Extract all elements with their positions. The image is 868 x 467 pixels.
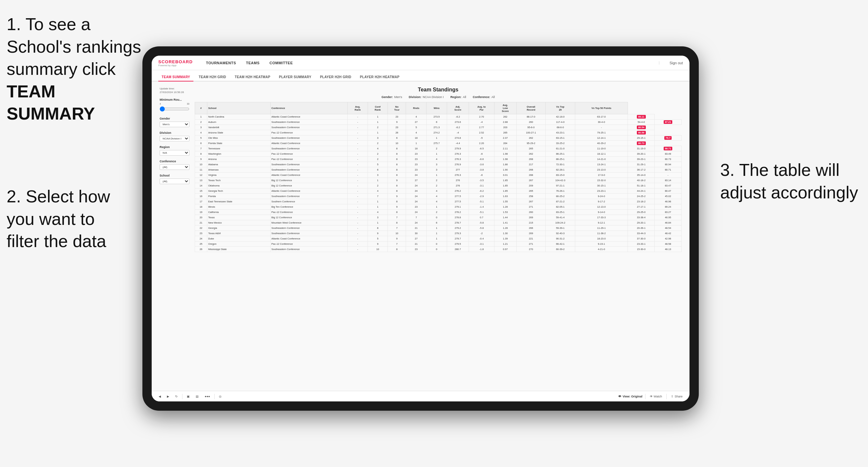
table-cell: Southeastern Conference [270,125,348,130]
table-cell: 117-4-0 [546,120,575,125]
table-cell: - [348,120,368,125]
table-cell: Southeastern Conference [270,162,348,167]
toolbar-clock[interactable]: ◎ [217,394,223,399]
instruction-3: 3. The table will adjust accordingly [720,159,858,204]
school-select[interactable]: (All) [160,179,189,184]
table-row: 25OregonPac-12 Conference-97210279.5-3.1… [195,242,682,247]
table-cell: 83.47 [655,183,682,188]
table-cell: 13 [195,178,207,183]
table-cell: Southeastern Conference [270,120,348,125]
table-cell: 11-19-0 [575,146,628,151]
table-cell: - [348,130,368,135]
table-cell: 42-18-0 [546,114,575,120]
table-cell: -4 [469,120,494,125]
table-cell: 1.28 [494,225,517,231]
table-cell: 3 [427,162,447,167]
table-cell: 1.55 [494,199,517,204]
toolbar-back[interactable]: ◀ [157,394,163,399]
view-original-button[interactable]: 👁 View: Original [618,395,643,398]
table-cell: 80.71 [655,167,682,173]
table-cell: North Carolina [207,114,270,120]
table-cell: 288 [516,173,546,178]
table-cell: 265 [494,130,517,135]
table-cell: 63-17-0 [575,114,628,120]
table-cell: 80.58 [628,130,655,135]
table-cell: -5.8 [469,220,494,225]
table-cell: 11-29-1 [575,225,628,231]
table-cell: -4.4 [447,141,469,146]
table-cell: 274.8 [447,135,469,141]
table-cell: 2.20 [469,141,494,146]
filter-min-val: 4 [160,103,161,105]
instruction-3-line2: adjust accordingly [720,183,858,202]
table-cell: 1 [368,120,388,125]
table-cell: 18 [406,146,427,151]
toolbar-forward[interactable]: ▶ [165,394,171,399]
nav-link-tournaments[interactable]: TOURNAMENTS [206,61,236,65]
conference-select[interactable]: (All) [160,164,189,170]
table-cell: 88.71 [655,146,682,151]
table-cell: 80.73 [655,157,682,162]
table-cell: 215 [516,220,546,225]
nav-link-committee[interactable]: COMMITTEE [270,61,293,65]
instruction-2-line2: you want to [7,209,95,228]
region-select[interactable]: N/A All [160,150,189,156]
tab-team-summary[interactable]: TEAM SUMMARY [158,73,193,82]
toolbar-refresh[interactable]: ↻ [174,394,180,399]
filter-conference-label: Conference [160,160,189,163]
table-cell: 279.5 [447,242,469,247]
table-cell: 4 [427,157,447,162]
table-cell: 4 [427,188,447,194]
filter-minimum-rounds-values: 4 30 [160,103,189,105]
tab-team-h2h-grid[interactable]: TEAM H2H GRID [195,73,229,82]
table-cell: 95-29-2 [516,141,546,146]
table-cell: 1.98 [494,157,517,162]
table-cell: 15-32-0 [575,178,628,183]
table-cell: 18 [406,135,427,141]
table-cell: 18-12-1 [575,151,628,157]
update-time-val: 27/03/2024 16:56:26 [160,90,189,94]
toolbar-copy[interactable]: ▣ [185,394,191,399]
table-cell: 12-14-1 [575,135,628,141]
table-cell: 23 [388,125,406,130]
table-cell: - [348,162,368,167]
watch-label: Watch [654,395,662,398]
table-cell: Mountain West Conference [270,220,348,225]
toolbar-dots[interactable]: ●●● [203,394,212,399]
table-cell: 1.63 [494,194,517,199]
watch-button[interactable]: 👁 Watch [648,394,664,399]
table-cell: 270 [516,247,546,252]
gender-select[interactable]: Men's Women's [160,122,189,127]
table-cell: 10 [195,162,207,167]
table-cell: Big 12 Conference [270,215,348,220]
sign-out-button[interactable]: Sign out [670,61,683,65]
table-cell: 88-17-0 [516,114,546,120]
tab-player-h2h-grid[interactable]: PLAYER H2H GRID [317,73,355,82]
tab-team-h2h-heatmap[interactable]: TEAM H2H HEATMAP [231,73,274,82]
share-button[interactable]: ⇧ Share [669,394,684,399]
table-cell: - [348,188,368,194]
minimum-rounds-slider[interactable] [160,106,189,112]
table-cell: 2 [368,141,388,146]
table-cell: - [348,210,368,215]
tab-player-summary[interactable]: PLAYER SUMMARY [276,73,315,82]
col-vs-top50: Vs Top 50 Points [575,102,628,114]
division-select[interactable]: NCAA Division I NCAA Division II NCAA Di… [160,136,189,142]
table-cell: 11-38-2 [575,231,628,236]
table-cell: 1.28 [494,204,517,210]
table-cell: 17-9-0 [575,173,628,178]
table-cell: Oregon [207,242,270,247]
table-cell: 68-6-0 [546,125,575,130]
table-cell: 1 [368,178,388,183]
nav-link-teams[interactable]: TEAMS [246,61,260,65]
table-cell: 7 [388,215,406,220]
table-cell: - [348,194,368,199]
tab-player-h2h-heatmap[interactable]: PLAYER H2H HEATMAP [357,73,403,82]
content-area: Update time: 27/03/2024 16:56:26 Minimum… [152,82,689,391]
table-cell: 23-13-0 [575,167,628,173]
table-cell: 8 [388,151,406,157]
table-row: 8WashingtonPac-12 Conference-28231276.3-… [195,151,682,157]
table-cell: New Mexico [207,220,270,225]
toolbar-paste[interactable]: ▤ [194,394,200,399]
table-cell: 7 [195,146,207,151]
